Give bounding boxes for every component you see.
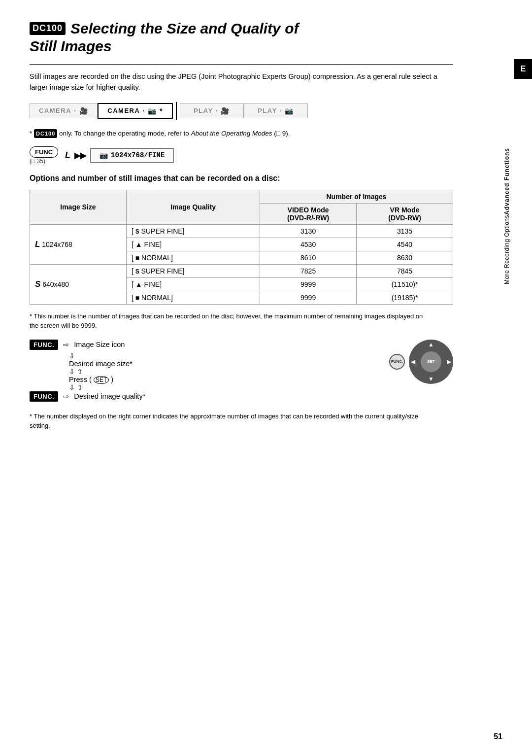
dial-right-arrow: ▶ — [447, 358, 451, 365]
quality-normal-l: [ ■ NORMAL] — [126, 251, 260, 264]
footnote-text: only. To change the operating mode, refe… — [59, 130, 189, 137]
func-circle-label: FUNC. — [391, 359, 403, 364]
size-l: L 1024x768 — [30, 224, 127, 264]
dc100-badge: DC100 — [30, 22, 66, 35]
video-3130: 3130 — [260, 224, 357, 238]
mode-btn-camera-video[interactable]: CAMERA · 🎥 — [30, 103, 98, 118]
size-s: S 640x480 — [30, 264, 127, 304]
instruction-row-1: FUNC. ⇨ Image Size icon — [30, 340, 374, 350]
size-l-icon: L — [65, 150, 70, 161]
camera-video-icon: · 🎥 — [74, 107, 88, 115]
table-row: S 640x480 [ S SUPER FINE] 7825 7845 — [30, 264, 453, 277]
side-text-container: Advanced Functions More Recording Option… — [503, 148, 510, 284]
video-9999-2: 9999 — [260, 291, 357, 304]
video-7825: 7825 — [260, 264, 357, 277]
side-text-more: More Recording Options — [503, 215, 510, 284]
page-number: 51 — [494, 732, 502, 741]
quality-normal-s: [ ■ NORMAL] — [126, 291, 260, 304]
arrow-down-1: ⇩ — [69, 352, 374, 360]
func-bold-badge-2: FUNC. — [30, 391, 58, 402]
func-ref: (□ 35) — [30, 158, 58, 165]
instruction-text-2: Desired image quality* — [74, 392, 145, 400]
quality-super-fine: [ S SUPER FINE] — [126, 224, 260, 238]
play-photo-label: PLAY — [258, 107, 277, 114]
func-display-row: FUNC (□ 35) L ▶▶ 📷 1024x768/FINE — [30, 146, 453, 165]
vr-7845: 7845 — [357, 264, 453, 277]
camera-photo-label: CAMERA — [107, 107, 140, 114]
camera-photo-icon: · 📷 * — [142, 107, 163, 115]
mode-btn-play-photo[interactable]: PLAY · 📷 — [244, 103, 308, 118]
func-circle: FUNC. — [389, 354, 405, 370]
intro-text: Still images are recorded on the disc us… — [30, 71, 453, 93]
th-video-mode: VIDEO Mode (DVD-R/-RW) — [260, 203, 357, 224]
th-num-images: Number of Images — [260, 190, 453, 203]
set-label: SET — [427, 359, 435, 364]
table-row: L 1024x768 [ S SUPER FINE] 3130 3135 — [30, 224, 453, 238]
footnote-dc100: * DC100 only. To change the operating mo… — [30, 129, 453, 138]
arrow-right-1: ⇨ — [63, 341, 69, 348]
dial-area: FUNC. ▲ ▼ ◀ ▶ SET — [389, 340, 453, 384]
title-block: DC100 Selecting the Size and Quality of … — [30, 20, 453, 55]
video-4530: 4530 — [260, 238, 357, 251]
title-line1: Selecting the Size and Quality of — [70, 20, 299, 37]
camera-video-label: CAMERA — [39, 107, 71, 114]
mode-btn-play-video[interactable]: PLAY · 🎥 — [180, 103, 244, 118]
set-button-icon: SET — [94, 376, 109, 384]
dial-left-arrow: ◀ — [411, 358, 415, 365]
instruction-row-2: FUNC. ⇨ Desired image quality* — [30, 391, 374, 402]
quality-fine-s: [ ▲ FINE] — [126, 277, 260, 291]
dial-up-arrow: ▲ — [428, 341, 434, 348]
footnote-italic: About the Operating Modes — [191, 130, 272, 137]
th-image-size: Image Size — [30, 190, 127, 224]
title-divider — [30, 64, 453, 65]
vr-19185: (19185)* — [357, 291, 453, 304]
func-display-text: 1024x768/FINE — [111, 151, 165, 159]
instruction-desired-size: Desired image size* — [69, 360, 374, 368]
table-note: * This number is the number of images th… — [30, 311, 424, 331]
section-heading: Options and number of still images that … — [30, 173, 453, 184]
arrow-right-2: ⇨ — [63, 392, 69, 400]
func-badge: FUNC — [30, 146, 58, 158]
quality-fine-l: [ ▲ FINE] — [126, 238, 260, 251]
data-table: Image Size Image Quality Number of Image… — [30, 190, 453, 305]
video-9999-1: 9999 — [260, 277, 357, 291]
video-8610: 8610 — [260, 251, 357, 264]
arrow-right-icon: ▶▶ — [74, 151, 86, 160]
arrow-down-up-2: ⇩ ⇧ — [69, 383, 374, 391]
footnote-dc100-badge: DC100 — [34, 129, 57, 138]
play-photo-icon: · 📷 — [280, 107, 294, 115]
instruction-text-1: Image Size icon — [74, 341, 125, 348]
vr-8630: 8630 — [357, 251, 453, 264]
func-bold-badge-1: FUNC. — [30, 340, 58, 350]
arrow-down-up-1: ⇩ ⇧ — [69, 368, 374, 376]
instructions-block: FUNC. ⇨ Image Size icon ⇩ Desired image … — [30, 340, 453, 404]
play-video-icon: · 🎥 — [216, 107, 230, 115]
nav-dial: ▲ ▼ ◀ ▶ SET — [409, 340, 453, 384]
func-display-icons: L ▶▶ 📷 1024x768/FINE — [65, 148, 174, 163]
set-center-button[interactable]: SET — [421, 351, 441, 372]
e-tab: E — [514, 59, 532, 79]
footnote-ref: (□ 9). — [274, 130, 290, 137]
mode-btn-camera-photo[interactable]: CAMERA · 📷 * — [98, 103, 173, 119]
side-text-advanced: Advanced Functions — [503, 148, 510, 215]
bottom-footnote: * The number displayed on the right corn… — [30, 412, 424, 431]
vr-4540: 4540 — [357, 238, 453, 251]
th-image-quality: Image Quality — [126, 190, 260, 224]
func-display-screen: 📷 1024x768/FINE — [90, 148, 174, 163]
dial-down-arrow: ▼ — [428, 376, 434, 382]
instructions-left: FUNC. ⇨ Image Size icon ⇩ Desired image … — [30, 340, 374, 404]
play-video-label: PLAY — [194, 107, 213, 114]
th-vr-mode: VR Mode (DVD-RW) — [357, 203, 453, 224]
camera-small-icon: 📷 — [100, 151, 108, 160]
vr-3135: 3135 — [357, 224, 453, 238]
instruction-press-set: Press ( SET ) — [69, 376, 374, 383]
vr-11510: (11510)* — [357, 277, 453, 291]
title-line2: Still Images — [30, 37, 453, 55]
quality-super-fine-s: [ S SUPER FINE] — [126, 264, 260, 277]
mode-divider — [176, 102, 177, 120]
mode-buttons-row: CAMERA · 🎥 CAMERA · 📷 * PLAY · 🎥 PLAY · … — [30, 102, 453, 120]
